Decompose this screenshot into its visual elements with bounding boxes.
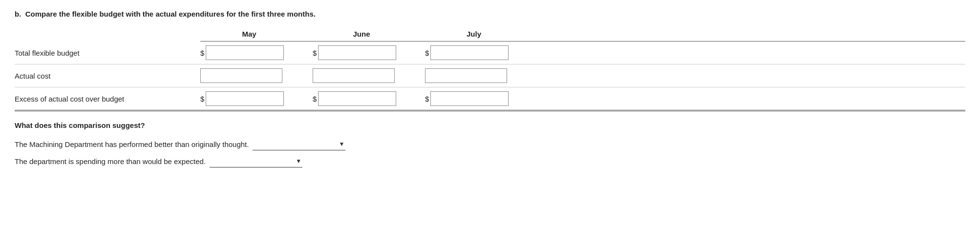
input-group-may-excess: $: [200, 91, 298, 106]
row-inputs-excess: $ $ $: [200, 91, 537, 106]
input-group-june-actual: [313, 68, 410, 83]
row-inputs-actual-cost: [200, 68, 537, 83]
dollar-sign: $: [313, 49, 317, 57]
input-may-flexible-budget[interactable]: [206, 45, 284, 60]
question-header: b. Compare the flexible budget with the …: [15, 10, 965, 18]
dollar-sign: $: [425, 49, 429, 57]
dollar-sign: $: [313, 95, 317, 103]
column-headers: May June July: [200, 30, 965, 38]
suggestion-row-2: The department is spending more than wou…: [15, 155, 965, 167]
input-july-actual-cost[interactable]: [425, 68, 507, 83]
input-july-flexible-budget[interactable]: [430, 45, 509, 60]
header-bold-label: b.: [15, 10, 21, 18]
col-header-july: July: [425, 30, 523, 38]
row-label-excess: Excess of actual cost over budget: [15, 95, 200, 103]
dropdown-select-2[interactable]: True False: [210, 155, 302, 167]
input-group-june-excess: $: [313, 91, 410, 106]
input-june-actual-cost[interactable]: [313, 68, 395, 83]
input-group-july-actual: [425, 68, 523, 83]
table-row-excess: Excess of actual cost over budget $ $ $: [15, 87, 965, 111]
input-group-may-flexible: $: [200, 45, 298, 60]
col-header-june: June: [313, 30, 410, 38]
row-inputs-flexible-budget: $ $ $: [200, 45, 537, 60]
suggestion-label-2: The department is spending more than wou…: [15, 157, 206, 166]
input-may-actual-cost[interactable]: [200, 68, 282, 83]
col-header-may: May: [200, 30, 298, 38]
dropdown-select-1[interactable]: True False: [253, 138, 345, 150]
input-group-july-flexible: $: [425, 45, 523, 60]
suggestion-label-1: The Machining Department has performed b…: [15, 140, 249, 148]
input-group-july-excess: $: [425, 91, 523, 106]
suggestion-row-1: The Machining Department has performed b…: [15, 138, 965, 150]
input-may-excess[interactable]: [206, 91, 284, 106]
header-text: Compare the flexible budget with the act…: [25, 10, 316, 18]
input-june-excess[interactable]: [318, 91, 396, 106]
input-june-flexible-budget[interactable]: [318, 45, 396, 60]
input-group-june-flexible: $: [313, 45, 410, 60]
budget-table: May June July Total flexible budget $ $ …: [15, 30, 965, 111]
row-label-actual-cost: Actual cost: [15, 72, 200, 80]
dropdown-wrapper-1[interactable]: True False ▼: [253, 138, 345, 150]
dollar-sign: $: [425, 95, 429, 103]
suggestion-section: What does this comparison suggest? The M…: [15, 121, 965, 167]
input-july-excess[interactable]: [430, 91, 509, 106]
suggestion-question: What does this comparison suggest?: [15, 121, 965, 129]
row-label-flexible-budget: Total flexible budget: [15, 49, 200, 57]
dollar-sign: $: [200, 95, 204, 103]
dropdown-wrapper-2[interactable]: True False ▼: [210, 155, 302, 167]
table-row-flexible-budget: Total flexible budget $ $ $: [15, 42, 965, 64]
input-group-may-actual: [200, 68, 298, 83]
dollar-sign: $: [200, 49, 204, 57]
table-row-actual-cost: Actual cost: [15, 64, 965, 87]
